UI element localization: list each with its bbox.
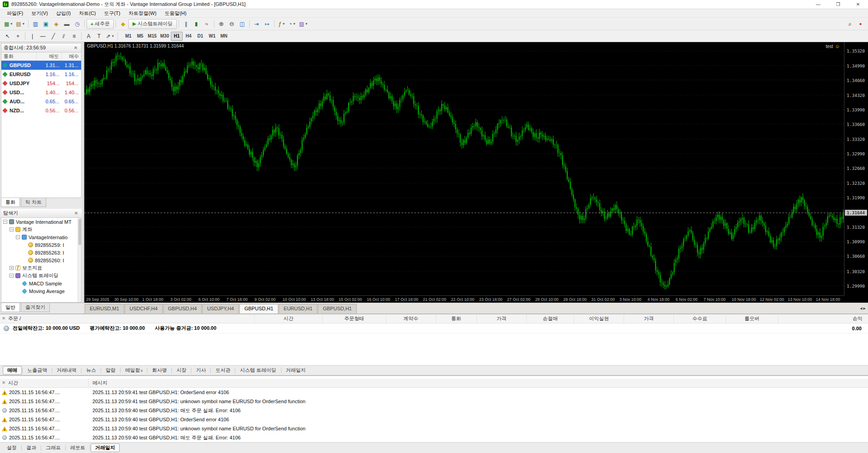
indicators-button[interactable]: ƒ▾ [276,19,287,29]
chart-canvas[interactable] [84,42,844,295]
terminal-tab-11[interactable]: 거래일지 [282,366,310,375]
candlestick-chart-button[interactable]: ▮ [191,19,202,29]
chart-tab-0[interactable]: EURUSD,M1 [85,304,124,313]
tester-tab-1[interactable]: 결과 [22,443,40,452]
close-icon[interactable]: ✕ [73,45,79,50]
chart-tab-4[interactable]: GBPUSD,H1 [239,304,278,313]
trendline-button[interactable]: ╱ [48,31,58,41]
timeframe-m30-button[interactable]: M30 [159,32,171,41]
terminal-column-5[interactable]: 가격 [477,314,527,323]
tree-item[interactable]: −Vantage International MT [1,218,81,226]
tester-tab-4[interactable]: 거래일지 [91,443,120,452]
terminal-tab-6[interactable]: 회사명 [148,366,171,375]
metaeditor-button[interactable]: ◆ [118,19,128,29]
timeframe-h4-button[interactable]: H4 [183,32,194,41]
cursor-button[interactable]: ↖ [2,31,13,41]
tree-item[interactable]: 892855259: I [1,241,81,249]
tree-item[interactable]: −시스템 트레이딩 [1,272,81,280]
chart-tab-5[interactable]: EURUSD,H1 [279,304,318,313]
chart-tab-2[interactable]: GBPUSD,H4 [163,304,202,313]
journal-row[interactable]: !2025.11.15 16:56:47....2025.11.13 20:59… [0,415,868,424]
menu-item-3[interactable]: 차트(C) [75,9,100,18]
line-chart-button[interactable]: ≈ [202,19,212,29]
periods-button[interactable]: ◔▾ [287,19,297,29]
tree-item[interactable]: 892855263: I [1,249,81,256]
menu-item-5[interactable]: 차트정렬(W) [124,9,160,18]
close-icon[interactable]: ✕ [2,316,5,321]
terminal-tab-5[interactable]: 메일함9 [121,366,146,375]
timeframe-w1-button[interactable]: W1 [206,32,218,41]
profiles-button[interactable]: ▤▾ [14,19,26,29]
close-button[interactable]: ✕ [848,0,868,9]
new-chart-button[interactable]: ▦▾ [2,19,14,29]
timeframe-d1-button[interactable]: D1 [194,32,206,41]
new-order-button[interactable]: +새주문 [87,19,114,29]
timeframe-h1-button[interactable]: H1 [171,32,183,41]
terminal-column-11[interactable]: 손익 [778,314,868,323]
tree-item[interactable]: 892855260: I [1,256,81,264]
market-watch-button[interactable]: ▥ [30,19,41,29]
navigator-tab-0[interactable]: 일반 [1,303,20,312]
price-axis[interactable]: 1.353201.349901.346601.343201.339901.336… [844,42,868,295]
close-icon[interactable]: ✕ [2,380,5,385]
tester-tab-3[interactable]: 레포트 [66,443,89,452]
navigator-scrollbar[interactable] [78,218,81,302]
tree-item[interactable]: −계좌 [1,226,81,233]
channel-button[interactable]: ⫽ [58,31,69,41]
market-watch-row[interactable]: AUD...0.65...0.65... [1,97,81,106]
collapse-icon[interactable]: − [10,274,14,278]
journal-row[interactable]: !2025.11.15 16:56:47....2025.11.13 20:59… [0,388,868,397]
strategy-tester-button[interactable]: ◷ [72,19,82,29]
market-watch-row[interactable]: USDJPY154...154... [1,79,81,88]
terminal-tab-0[interactable]: 매매 [3,366,22,375]
column-header-1[interactable]: 매도 [37,53,62,60]
fibonacci-button[interactable]: ≡ [69,31,79,41]
balance-row[interactable]: 전일예탁잔고: 10 000.00 USD 평가예탁잔고: 10 000.00 … [0,323,868,333]
chart-tab-3[interactable]: USDJPY,H4 [202,304,239,313]
community-button[interactable]: ● [855,19,866,29]
terminal-tab-3[interactable]: 뉴스 [82,366,100,375]
templates-button[interactable]: ▨▾ [297,19,309,29]
terminal-column-0[interactable]: 주문 / [0,314,255,323]
timeframe-m1-button[interactable]: M1 [122,32,134,41]
terminal-tab-2[interactable]: 거래내역 [53,366,81,375]
terminal-column-2[interactable]: 주문형태 [323,314,386,323]
scroll-right-icon[interactable]: ▸ [863,305,866,311]
bar-chart-button[interactable]: ∥ [181,19,191,29]
market-watch-row[interactable]: NZD...0.56...0.56... [1,106,81,115]
auto-scroll-button[interactable]: ⇥ [252,19,262,29]
tree-item[interactable]: +보조지표 [1,264,81,272]
text-label-button[interactable]: T [94,31,104,41]
tree-item[interactable]: −VantageInternatio [1,233,81,241]
journal-row[interactable]: !2025.11.15 16:56:47....2025.11.13 20:59… [0,397,868,406]
tester-tab-0[interactable]: 설정 [3,443,21,452]
menu-item-4[interactable]: 도구(T) [100,9,124,18]
menu-item-6[interactable]: 도움말(H) [160,9,190,18]
timeframe-m15-button[interactable]: M15 [146,32,158,41]
timeframe-m5-button[interactable]: M5 [134,32,146,41]
terminal-column-9[interactable]: 수수료 [674,314,726,323]
terminal-column-7[interactable]: 이익실현 [574,314,624,323]
candlestick-chart[interactable] [84,42,844,295]
timeframe-mn-button[interactable]: MN [218,32,230,41]
terminal-column-6[interactable]: 손절매 [527,314,574,323]
terminal-tab-4[interactable]: 알람 [102,366,120,375]
algo-trading-button[interactable]: ▶시스템트레이딩 [128,19,176,29]
tree-item[interactable]: Moving Average [1,287,81,295]
terminal-button[interactable]: ▬ [62,19,72,29]
crosshair-button[interactable]: + [13,31,23,41]
terminal-column-8[interactable]: 가격 [624,314,674,323]
chart-tab-1[interactable]: USDCHF,H4 [125,304,163,313]
terminal-tab-9[interactable]: 도서관 [211,366,234,375]
time-axis[interactable]: 29 Sep 202530 Sep 10:001 Oct 18:003 Oct … [84,295,844,303]
chart-tab-6[interactable]: GBPUSD,H1 [318,304,357,313]
market-watch-row[interactable]: USD...1.40...1.40... [1,88,81,97]
market-watch-tab-1[interactable]: 틱 차트 [21,198,46,207]
market-watch-tab-0[interactable]: 통화 [1,198,20,207]
zoom-out-button[interactable]: ⊖ [227,19,237,29]
maximize-button[interactable]: ❐ [828,0,848,9]
collapse-icon[interactable]: − [10,227,14,231]
market-watch-row[interactable]: EURUSD1.16...1.16... [1,70,81,79]
journal-row[interactable]: !2025.11.15 16:56:47....2025.11.13 20:59… [0,424,868,433]
scrollbar-thumb[interactable] [78,219,81,245]
